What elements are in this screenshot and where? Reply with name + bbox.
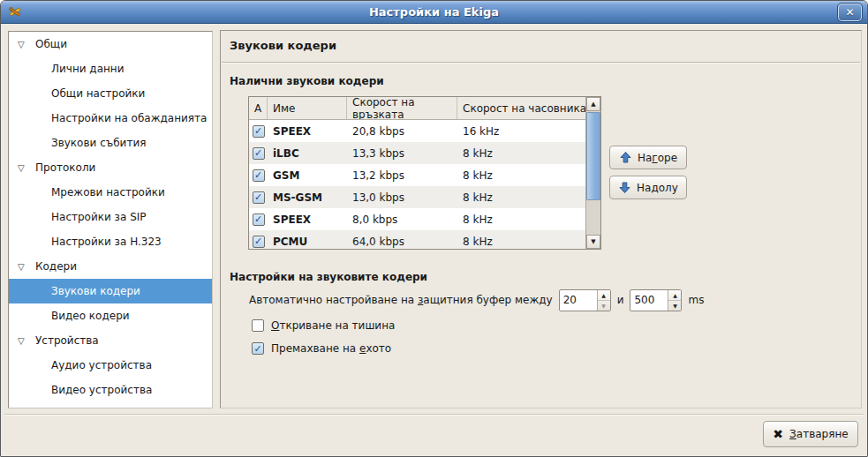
codec-checkbox[interactable]: ✓ [253,147,265,160]
codec-clock-rate: 8 kHz [457,169,585,182]
jitter-max-spinner[interactable]: 500 ▲ ▼ [630,289,682,311]
jitter-min-value[interactable]: 20 [560,290,597,311]
move-down-button[interactable]: Надолу [609,176,687,199]
codec-clock-rate: 16 kHz [457,125,585,138]
tree-category-devices[interactable]: ▽ Устройства [9,328,212,353]
echo-cancellation-checkbox[interactable]: ✓ [252,342,264,355]
spin-down-icon[interactable]: ▼ [668,301,681,311]
tree-category-codecs[interactable]: ▽ Кодери [9,254,212,279]
silence-detection-option[interactable]: ✓ Откриване на тишина [252,319,395,332]
tree-item-sip-settings[interactable]: Настройки за SIP [9,205,212,229]
page-title: Звукови кодери [230,39,336,52]
divider [4,414,864,416]
titlebar[interactable]: Настройки на Ekiga ✕ [1,1,867,24]
expander-icon[interactable]: ▽ [18,262,35,272]
tree-item-sound-events[interactable]: Звукови събития [9,131,212,155]
table-row[interactable]: ✓ SPEEX 20,8 kbps 16 kHz [249,120,585,142]
down-arrow-icon [618,181,631,194]
jitter-connector-label: и [617,294,624,306]
codec-checkbox[interactable]: ✓ [253,169,265,182]
jitter-max-value[interactable]: 500 [630,290,668,311]
close-dialog-label: Затваряне [789,428,849,440]
jitter-buffer-row: Автоматично настройване на защитния буфе… [249,288,704,311]
spin-down-icon[interactable]: ▼ [598,301,610,311]
tree-label: Общи [35,38,67,50]
tree-label: Звукови кодери [51,285,140,297]
scroll-down-icon[interactable]: ▼ [586,235,600,249]
codec-bandwidth: 20,8 kbps [347,125,457,138]
codec-bandwidth: 13,3 kbps [347,147,457,160]
codec-name: iLBC [268,147,347,160]
echo-cancellation-label: Премахване на ехото [271,342,391,355]
codec-bandwidth: 13,2 kbps [347,169,457,182]
codec-clock-rate: 8 kHz [457,236,585,248]
expander-icon[interactable]: ▽ [18,163,35,173]
tree-label: Мрежови настройки [51,186,165,199]
tree-item-audio-codecs[interactable]: Звукови кодери [9,279,212,303]
column-header-name[interactable]: Име [268,97,347,119]
expander-icon[interactable]: ▽ [18,40,35,49]
scrollbar-thumb[interactable] [586,112,600,200]
close-dialog-button[interactable]: ✖ Затваряне [763,421,858,447]
table-row[interactable]: ✓ SPEEX 8,0 kbps 8 kHz [249,208,585,230]
tree-label: Аудио устройства [51,359,152,371]
tree-item-network-settings[interactable]: Мрежови настройки [9,180,212,205]
codec-name: SPEEX [268,125,347,138]
jitter-min-spinner[interactable]: 20 ▲ ▼ [559,289,611,311]
silence-detection-checkbox[interactable]: ✓ [252,319,264,332]
up-arrow-icon [619,151,632,164]
audio-codecs-panel: Звукови кодери Налични звукови кодери A … [220,30,862,408]
scroll-up-icon[interactable]: ▲ [586,97,600,111]
table-row[interactable]: ✓ GSM 13,2 kbps 8 kHz [249,164,585,186]
codec-table-header: A Име Скорост на връзката Скорост на час… [249,97,600,120]
tree-label: Устройства [35,334,99,347]
tree-item-audio-devices[interactable]: Аудио устройства [9,353,212,378]
table-row[interactable]: ✓ PCMU 64,0 kbps 8 kHz [249,230,585,250]
tree-item-call-options[interactable]: Настройки на обажданията [9,106,212,131]
tree-category-protocols[interactable]: ▽ Протоколи [9,155,212,180]
table-row[interactable]: ✓ iLBC 13,3 kbps 8 kHz [249,142,585,164]
tree-item-general-settings[interactable]: Общи настройки [9,81,212,106]
spin-up-icon[interactable]: ▲ [668,290,681,301]
spin-up-icon[interactable]: ▲ [598,290,610,301]
tree-item-h323-settings[interactable]: Настройки за H.323 [9,229,212,254]
tree-label: Протоколи [35,161,95,174]
move-up-button[interactable]: Нагоре [609,146,687,169]
codec-checkbox[interactable]: ✓ [253,236,265,248]
codec-checkbox[interactable]: ✓ [253,125,265,138]
jitter-unit-label: ms [688,294,704,306]
column-header-clock-rate[interactable]: Скорост на часовника [457,97,600,119]
codec-settings-heading: Настройки на звуковите кодери [230,271,427,283]
tree-label: Кодери [35,260,77,273]
codec-name: MS-GSM [268,191,347,204]
tree-category-general[interactable]: ▽ Общи [9,32,212,56]
column-header-bandwidth[interactable]: Скорост на връзката [347,97,457,119]
tree-label: Видео устройства [51,384,152,396]
codec-name: SPEEX [268,214,347,226]
table-row[interactable]: ✓ MS-GSM 13,0 kbps 8 kHz [249,186,585,208]
tree-label: Звукови събития [51,137,146,149]
codec-table: A Име Скорост на връзката Скорост на час… [248,96,601,250]
codec-clock-rate: 8 kHz [457,214,585,226]
tree-label: Настройки за SIP [51,211,147,223]
close-icon[interactable]: ✕ [838,4,862,21]
tree-label: Настройки на обажданията [51,112,207,124]
codec-bandwidth: 8,0 kbps [347,214,457,226]
codec-clock-rate: 8 kHz [457,191,585,204]
tree-item-personal-data[interactable]: Лични данни [9,56,212,81]
column-header-active[interactable]: A [249,97,268,119]
tree-label: Общи настройки [51,87,145,100]
expander-icon[interactable]: ▽ [18,336,35,346]
echo-cancellation-option[interactable]: ✓ Премахване на ехото [252,342,391,355]
codec-clock-rate: 8 kHz [457,147,585,160]
tree-item-video-devices[interactable]: Видео устройства [9,378,212,402]
vertical-scrollbar[interactable]: ▲ ▼ [585,97,600,249]
tree-label: Лични данни [51,63,125,75]
close-x-icon: ✖ [773,427,783,441]
window-title: Настройки на Ekiga [1,5,867,19]
tree-item-video-codecs[interactable]: Видео кодери [9,303,212,328]
codec-checkbox[interactable]: ✓ [253,191,265,204]
codec-checkbox[interactable]: ✓ [253,214,265,226]
tree-label: Настройки за H.323 [51,236,162,248]
codec-bandwidth: 13,0 kbps [347,191,457,204]
